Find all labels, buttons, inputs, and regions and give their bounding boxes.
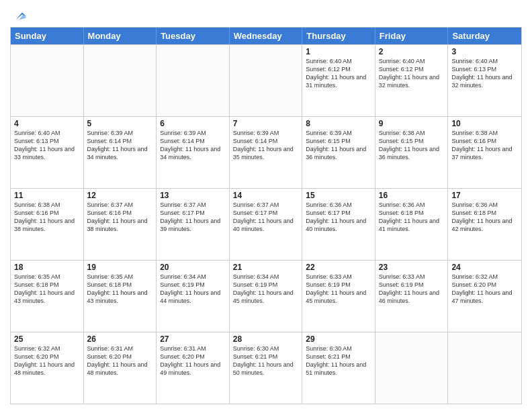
calendar-row: 1Sunrise: 6:40 AM Sunset: 6:12 PM Daylig… (11, 44, 521, 116)
calendar-cell (230, 45, 303, 116)
day-number: 24 (451, 263, 518, 272)
cell-info: Sunrise: 6:39 AM Sunset: 6:14 PM Dayligh… (87, 129, 153, 162)
calendar-cell (84, 45, 157, 116)
calendar-cell: 5Sunrise: 6:39 AM Sunset: 6:14 PM Daylig… (84, 117, 157, 188)
cell-info: Sunrise: 6:35 AM Sunset: 6:18 PM Dayligh… (87, 273, 153, 306)
calendar-row: 18Sunrise: 6:35 AM Sunset: 6:18 PM Dayli… (11, 260, 521, 332)
cell-info: Sunrise: 6:39 AM Sunset: 6:14 PM Dayligh… (233, 129, 299, 162)
calendar-body: 1Sunrise: 6:40 AM Sunset: 6:12 PM Daylig… (11, 44, 521, 404)
cell-info: Sunrise: 6:40 AM Sunset: 6:13 PM Dayligh… (14, 129, 80, 162)
cell-info: Sunrise: 6:34 AM Sunset: 6:19 PM Dayligh… (160, 273, 226, 306)
header-cell-monday: Monday (84, 28, 157, 44)
day-number: 2 (379, 47, 445, 56)
day-number: 18 (14, 263, 80, 272)
cell-info: Sunrise: 6:32 AM Sunset: 6:20 PM Dayligh… (451, 273, 518, 306)
cell-info: Sunrise: 6:37 AM Sunset: 6:17 PM Dayligh… (160, 201, 226, 234)
cell-info: Sunrise: 6:38 AM Sunset: 6:15 PM Dayligh… (379, 129, 445, 162)
day-number: 6 (160, 119, 226, 128)
header-cell-friday: Friday (375, 28, 449, 44)
calendar-cell: 11Sunrise: 6:38 AM Sunset: 6:16 PM Dayli… (11, 189, 84, 260)
day-number: 16 (379, 191, 445, 200)
day-number: 21 (233, 263, 299, 272)
day-number: 7 (233, 119, 299, 128)
calendar-cell: 15Sunrise: 6:36 AM Sunset: 6:17 PM Dayli… (302, 189, 375, 260)
cell-info: Sunrise: 6:35 AM Sunset: 6:18 PM Dayligh… (14, 273, 80, 306)
calendar-cell: 29Sunrise: 6:30 AM Sunset: 6:21 PM Dayli… (302, 332, 375, 404)
cell-info: Sunrise: 6:38 AM Sunset: 6:16 PM Dayligh… (14, 201, 80, 234)
calendar-cell: 6Sunrise: 6:39 AM Sunset: 6:14 PM Daylig… (157, 117, 230, 188)
calendar-cell: 22Sunrise: 6:33 AM Sunset: 6:19 PM Dayli… (302, 261, 375, 332)
cell-info: Sunrise: 6:39 AM Sunset: 6:14 PM Dayligh… (160, 129, 226, 162)
logo (10, 9, 28, 23)
cell-info: Sunrise: 6:40 AM Sunset: 6:13 PM Dayligh… (451, 57, 518, 90)
cell-info: Sunrise: 6:37 AM Sunset: 6:16 PM Dayligh… (87, 201, 153, 234)
day-number: 11 (14, 191, 80, 200)
page: SundayMondayTuesdayWednesdayThursdayFrid… (0, 0, 532, 411)
calendar-cell: 20Sunrise: 6:34 AM Sunset: 6:19 PM Dayli… (157, 261, 230, 332)
cell-info: Sunrise: 6:38 AM Sunset: 6:16 PM Dayligh… (451, 129, 518, 162)
day-number: 3 (451, 47, 518, 56)
cell-info: Sunrise: 6:40 AM Sunset: 6:12 PM Dayligh… (306, 57, 371, 90)
calendar-cell: 2Sunrise: 6:40 AM Sunset: 6:12 PM Daylig… (375, 45, 449, 116)
calendar-cell: 9Sunrise: 6:38 AM Sunset: 6:15 PM Daylig… (375, 117, 449, 188)
cell-info: Sunrise: 6:36 AM Sunset: 6:18 PM Dayligh… (379, 201, 445, 234)
calendar-cell: 21Sunrise: 6:34 AM Sunset: 6:19 PM Dayli… (230, 261, 303, 332)
calendar-row: 11Sunrise: 6:38 AM Sunset: 6:16 PM Dayli… (11, 188, 521, 260)
day-number: 13 (160, 191, 226, 200)
calendar-cell: 16Sunrise: 6:36 AM Sunset: 6:18 PM Dayli… (375, 189, 449, 260)
header-cell-thursday: Thursday (302, 28, 375, 44)
cell-info: Sunrise: 6:39 AM Sunset: 6:15 PM Dayligh… (306, 129, 371, 162)
cell-info: Sunrise: 6:30 AM Sunset: 6:21 PM Dayligh… (233, 345, 299, 377)
cell-info: Sunrise: 6:34 AM Sunset: 6:19 PM Dayligh… (233, 273, 299, 306)
cell-info: Sunrise: 6:31 AM Sunset: 6:20 PM Dayligh… (160, 345, 226, 377)
day-number: 5 (87, 119, 153, 128)
day-number: 9 (379, 119, 445, 128)
day-number: 4 (14, 119, 80, 128)
day-number: 22 (306, 263, 371, 272)
calendar-cell: 26Sunrise: 6:31 AM Sunset: 6:20 PM Dayli… (84, 332, 157, 404)
day-number: 15 (306, 191, 371, 200)
calendar-cell: 12Sunrise: 6:37 AM Sunset: 6:16 PM Dayli… (84, 189, 157, 260)
calendar-cell (448, 332, 521, 404)
day-number: 12 (87, 191, 153, 200)
cell-info: Sunrise: 6:32 AM Sunset: 6:20 PM Dayligh… (14, 345, 80, 377)
calendar-cell: 3Sunrise: 6:40 AM Sunset: 6:13 PM Daylig… (448, 45, 521, 116)
cell-info: Sunrise: 6:33 AM Sunset: 6:19 PM Dayligh… (306, 273, 371, 306)
calendar-cell: 10Sunrise: 6:38 AM Sunset: 6:16 PM Dayli… (448, 117, 521, 188)
day-number: 14 (233, 191, 299, 200)
cell-info: Sunrise: 6:36 AM Sunset: 6:18 PM Dayligh… (451, 201, 518, 234)
day-number: 25 (14, 334, 80, 344)
cell-info: Sunrise: 6:37 AM Sunset: 6:17 PM Dayligh… (233, 201, 299, 234)
cell-info: Sunrise: 6:30 AM Sunset: 6:21 PM Dayligh… (306, 345, 371, 377)
calendar-row: 4Sunrise: 6:40 AM Sunset: 6:13 PM Daylig… (11, 116, 521, 188)
header-cell-tuesday: Tuesday (157, 28, 230, 44)
calendar-cell (375, 332, 449, 404)
header-cell-saturday: Saturday (448, 28, 521, 44)
calendar-cell: 19Sunrise: 6:35 AM Sunset: 6:18 PM Dayli… (84, 261, 157, 332)
calendar-cell: 14Sunrise: 6:37 AM Sunset: 6:17 PM Dayli… (230, 189, 303, 260)
calendar-cell: 7Sunrise: 6:39 AM Sunset: 6:14 PM Daylig… (230, 117, 303, 188)
day-number: 19 (87, 263, 153, 272)
header-cell-sunday: Sunday (11, 28, 84, 44)
calendar-cell: 23Sunrise: 6:33 AM Sunset: 6:19 PM Dayli… (375, 261, 449, 332)
header-cell-wednesday: Wednesday (230, 28, 303, 44)
day-number: 1 (306, 47, 371, 56)
cell-info: Sunrise: 6:31 AM Sunset: 6:20 PM Dayligh… (87, 345, 153, 377)
calendar-cell: 18Sunrise: 6:35 AM Sunset: 6:18 PM Dayli… (11, 261, 84, 332)
cell-info: Sunrise: 6:36 AM Sunset: 6:17 PM Dayligh… (306, 201, 371, 234)
calendar-cell: 1Sunrise: 6:40 AM Sunset: 6:12 PM Daylig… (302, 45, 375, 116)
header (10, 7, 522, 23)
day-number: 28 (233, 334, 299, 344)
calendar-cell: 28Sunrise: 6:30 AM Sunset: 6:21 PM Dayli… (230, 332, 303, 404)
calendar-cell: 13Sunrise: 6:37 AM Sunset: 6:17 PM Dayli… (157, 189, 230, 260)
day-number: 26 (87, 334, 153, 344)
day-number: 29 (306, 334, 371, 344)
day-number: 27 (160, 334, 226, 344)
day-number: 23 (379, 263, 445, 272)
calendar: SundayMondayTuesdayWednesdayThursdayFrid… (10, 27, 522, 404)
calendar-header: SundayMondayTuesdayWednesdayThursdayFrid… (11, 28, 521, 44)
calendar-cell: 25Sunrise: 6:32 AM Sunset: 6:20 PM Dayli… (11, 332, 84, 404)
calendar-cell (11, 45, 84, 116)
cell-info: Sunrise: 6:33 AM Sunset: 6:19 PM Dayligh… (379, 273, 445, 306)
day-number: 17 (451, 191, 518, 200)
